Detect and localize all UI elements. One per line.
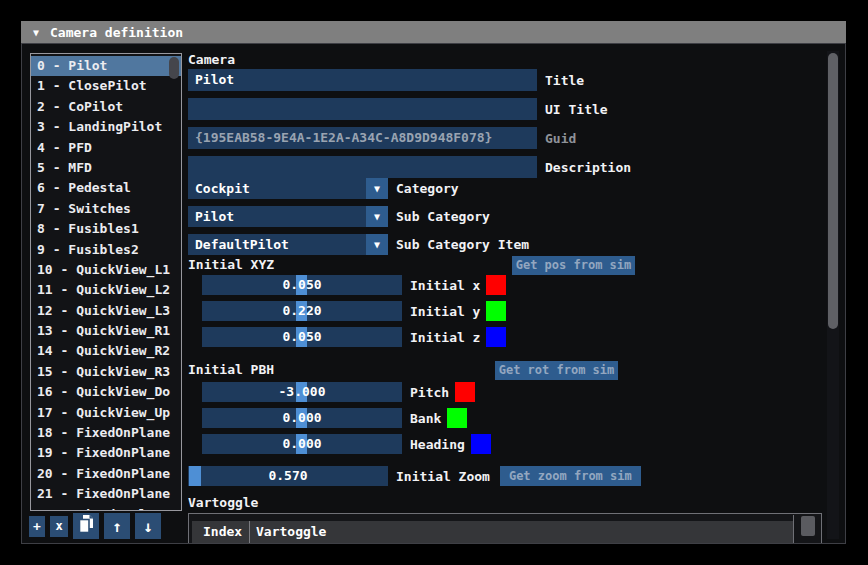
description-field[interactable]: [188, 156, 537, 178]
camera-list-item[interactable]: 16 - QuickView_Do: [31, 382, 181, 402]
initial-zoom-slider[interactable]: 0.570: [188, 466, 388, 486]
camera-list-item[interactable]: 3 - LandingPilot: [31, 117, 181, 137]
camera-list-item[interactable]: 10 - QuickView_L1: [31, 260, 181, 280]
sub-category-value: Pilot: [188, 206, 366, 227]
description-label: Description: [545, 160, 631, 175]
category-value: Cockpit: [188, 178, 366, 199]
table-scrollbar-divider: [793, 515, 794, 544]
initial-x-slider[interactable]: 0.050: [202, 275, 402, 295]
guid-label: Guid: [545, 131, 576, 146]
arrow-up-icon: ↑: [112, 517, 122, 536]
get-rot-from-sim-button[interactable]: Get rot from sim: [495, 361, 618, 380]
window-content: 0 - Pilot 1 - ClosePilot 2 - CoPilot 3 -…: [21, 43, 846, 544]
initial-zoom-label: Initial Zoom: [396, 469, 490, 484]
camera-list-item[interactable]: 12 - QuickView_L3: [31, 301, 181, 321]
camera-list-scrollbar-thumb[interactable]: [169, 57, 179, 79]
initial-z-label: Initial z: [410, 330, 480, 345]
bank-color-swatch: [447, 408, 467, 428]
camera-section-label: Camera: [188, 52, 235, 67]
initial-y-value: 0.220: [202, 301, 402, 321]
sub-category-item-value: DefaultPilot: [188, 234, 366, 255]
camera-list-item[interactable]: 19 - FixedOnPlane: [31, 443, 181, 463]
get-pos-from-sim-button[interactable]: Get pos from sim: [512, 256, 635, 275]
camera-list-scrollbar[interactable]: [169, 57, 179, 507]
camera-list-item[interactable]: 13 - QuickView_R1: [31, 321, 181, 341]
sub-category-dropdown[interactable]: Pilot ▼: [188, 206, 388, 227]
pitch-slider[interactable]: -3.000: [202, 382, 402, 402]
title-field[interactable]: Pilot: [188, 69, 537, 91]
initial-z-slider[interactable]: 0.050: [202, 327, 402, 347]
category-dropdown[interactable]: Cockpit ▼: [188, 178, 388, 199]
initial-z-value: 0.050: [202, 327, 402, 347]
pitch-label: Pitch: [410, 385, 449, 400]
initial-x-label: Initial x: [410, 278, 480, 293]
window-title: Camera definition: [50, 25, 183, 40]
sub-category-item-label: Sub Category Item: [396, 237, 529, 252]
heading-label: Heading: [410, 437, 465, 452]
camera-list-item[interactable]: 17 - QuickView_Up: [31, 403, 181, 423]
duplicate-camera-button[interactable]: [73, 513, 99, 539]
camera-list-item[interactable]: 20 - FixedOnPlane: [31, 464, 181, 484]
vartoggle-table: Index Vartoggle: [188, 513, 822, 544]
index-column-header: Index: [192, 521, 249, 544]
camera-list-item[interactable]: 0 - Pilot: [31, 56, 181, 76]
camera-list-item[interactable]: 14 - QuickView_R2: [31, 341, 181, 361]
vartoggle-section-label: Vartoggle: [188, 495, 258, 510]
camera-list-item[interactable]: 1 - ClosePilot: [31, 76, 181, 96]
copy-icon: [77, 514, 95, 538]
initial-y-label: Initial y: [410, 304, 480, 319]
camera-list-item[interactable]: 21 - FixedOnPlane: [31, 484, 181, 504]
axis-x-color-swatch: [486, 275, 506, 295]
camera-list-toolbar: + x ↑ ↓: [29, 513, 161, 539]
camera-list-item[interactable]: 6 - Pedestal: [31, 178, 181, 198]
heading-slider[interactable]: 0.000: [202, 434, 402, 454]
category-label: Category: [396, 181, 459, 196]
camera-list-item[interactable]: 7 - Switches: [31, 199, 181, 219]
camera-list-item[interactable]: 2 - CoPilot: [31, 97, 181, 117]
pitch-color-swatch: [455, 382, 475, 402]
vartoggle-table-scrollbar-thumb[interactable]: [801, 516, 815, 536]
camera-list-item[interactable]: 9 - Fusibles2: [31, 240, 181, 260]
arrow-down-icon: ↓: [143, 517, 153, 536]
sub-category-item-dropdown[interactable]: DefaultPilot ▼: [188, 234, 388, 255]
camera-list-item[interactable]: 15 - QuickView_R3: [31, 362, 181, 382]
ui-title-field[interactable]: [188, 98, 537, 120]
camera-list-item[interactable]: 11 - QuickView_L2: [31, 280, 181, 300]
chevron-down-icon[interactable]: ▼: [366, 206, 388, 227]
sub-category-label: Sub Category: [396, 209, 490, 224]
initial-y-slider[interactable]: 0.220: [202, 301, 402, 321]
initial-zoom-value: 0.570: [188, 466, 388, 486]
bank-slider[interactable]: 0.000: [202, 408, 402, 428]
chevron-down-icon[interactable]: ▼: [366, 234, 388, 255]
ui-title-label: UI Title: [545, 102, 608, 117]
vartoggle-column-header: Vartoggle: [250, 521, 326, 544]
camera-definition-window: ▼ Camera definition 0 - Pilot 1 - CloseP…: [21, 21, 846, 544]
chevron-down-icon[interactable]: ▼: [366, 178, 388, 199]
bank-value: 0.000: [202, 408, 402, 428]
heading-value: 0.000: [202, 434, 402, 454]
initial-x-value: 0.050: [202, 275, 402, 295]
camera-list: 0 - Pilot 1 - ClosePilot 2 - CoPilot 3 -…: [30, 53, 182, 511]
camera-list-item[interactable]: 22 - FixedOnPlane: [31, 505, 181, 511]
pitch-value: -3.000: [202, 382, 402, 402]
heading-color-swatch: [471, 434, 491, 454]
bank-label: Bank: [410, 411, 441, 426]
collapse-triangle-icon[interactable]: ▼: [33, 27, 39, 38]
window-titlebar[interactable]: ▼ Camera definition: [21, 21, 846, 43]
move-down-button[interactable]: ↓: [135, 513, 161, 539]
remove-camera-button[interactable]: x: [50, 516, 68, 537]
main-scrollbar[interactable]: [827, 51, 839, 539]
move-up-button[interactable]: ↑: [104, 513, 130, 539]
get-zoom-from-sim-button[interactable]: Get zoom from sim: [500, 466, 641, 486]
axis-z-color-swatch: [486, 327, 506, 347]
initial-xyz-section-label: Initial XYZ: [188, 257, 274, 272]
camera-list-item[interactable]: 18 - FixedOnPlane: [31, 423, 181, 443]
initial-pbh-section-label: Initial PBH: [188, 362, 274, 377]
camera-list-item[interactable]: 5 - MFD: [31, 158, 181, 178]
camera-list-item[interactable]: 8 - Fusibles1: [31, 219, 181, 239]
camera-list-item[interactable]: 4 - PFD: [31, 138, 181, 158]
main-scrollbar-thumb[interactable]: [828, 53, 838, 329]
add-camera-button[interactable]: +: [29, 516, 45, 537]
title-label: Title: [545, 73, 584, 88]
guid-field: {195EAB58-9E4A-1E2A-A34C-A8D9D948F078}: [188, 127, 537, 149]
